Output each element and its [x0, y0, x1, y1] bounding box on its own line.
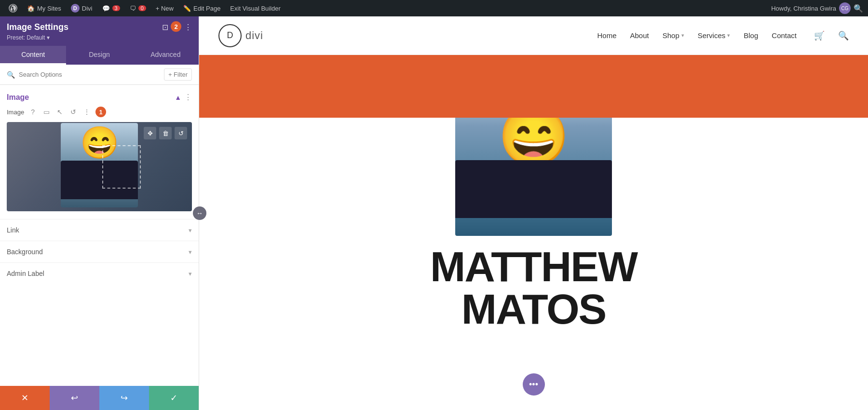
panel-more-icon[interactable]: ⋮ [184, 23, 192, 32]
admin-bar-left: 🏠 My Sites D Divi 💬 3 🗨 0 + New ✏️ Edit … [5, 0, 285, 16]
image-upload-area[interactable]: 😄 ✥ 🗑 ↺ [7, 122, 192, 211]
tab-content[interactable]: Content [0, 46, 66, 65]
site-nav: D divi Home About Shop ▾ Services ▾ [199, 16, 868, 55]
redo-button[interactable]: ↪ [99, 386, 149, 410]
section-options-icon[interactable]: ⋮ [184, 93, 192, 102]
divi-icon: D [71, 4, 80, 13]
image-delete-icon[interactable]: 🗑 [159, 127, 172, 139]
search-admin-icon[interactable]: 🔍 [854, 4, 863, 13]
admin-label-label: Admin Label [7, 270, 44, 277]
preview-person-container: 😄 [455, 118, 612, 236]
preset-row[interactable]: Preset: Default ▾ [7, 34, 192, 41]
comments-button[interactable]: 💬 3 [98, 0, 124, 16]
preview-person-img: 😄 [455, 118, 612, 236]
comment-count-button[interactable]: 🗨 0 [126, 0, 150, 16]
filter-button[interactable]: + Filter [164, 68, 192, 81]
link-chevron-icon: ▾ [189, 227, 192, 234]
help-icon[interactable]: ? [28, 107, 38, 117]
content-area: 😄 MATTHEW MATOS ••• [199, 118, 868, 410]
image-reset-icon[interactable]: ↺ [175, 127, 187, 139]
badge-2: 2 [171, 21, 181, 32]
cart-icon[interactable]: 🛒 [814, 30, 825, 41]
cancel-button[interactable]: ✕ [0, 386, 50, 410]
admin-label-chevron-icon: ▾ [189, 270, 192, 277]
hero-name-last: MATOS [199, 288, 868, 330]
wp-admin-bar: 🏠 My Sites D Divi 💬 3 🗨 0 + New ✏️ Edit … [0, 0, 868, 16]
site-menu: Home About Shop ▾ Services ▾ Blog Contac [597, 30, 849, 41]
image-section-header: Image ▲ ⋮ [0, 85, 199, 107]
panel-tabs: Content Design Advanced [0, 46, 199, 65]
nav-shop[interactable]: Shop ▾ [663, 31, 684, 40]
main-layout: Image Settings ⊡ ⊞ ⋮ Preset: Default ▾ 2… [0, 16, 868, 410]
my-sites-button[interactable]: 🏠 My Sites [23, 0, 65, 16]
search-bar: 🔍 + Filter [0, 65, 199, 85]
site-logo: D divi [218, 24, 263, 47]
shop-chevron-icon: ▾ [681, 32, 684, 39]
link-label: Link [7, 226, 19, 234]
more-icon[interactable]: ⋮ [82, 107, 92, 117]
left-panel: Image Settings ⊡ ⊞ ⋮ Preset: Default ▾ 2… [0, 16, 199, 410]
section-title-image: Image [7, 93, 29, 102]
panel-content: Image ▲ ⋮ Image ? ▭ ↖ ↺ ⋮ 1 [0, 85, 199, 386]
cursor-icon[interactable]: ↖ [55, 107, 65, 117]
user-avatar[interactable]: CG [839, 2, 851, 14]
nav-blog[interactable]: Blog [744, 31, 758, 40]
search-options-input[interactable] [19, 71, 160, 78]
image-sub-row: Image ? ▭ ↖ ↺ ⋮ 1 [0, 107, 199, 122]
logo-text: divi [245, 29, 263, 42]
new-button[interactable]: + New [152, 0, 177, 16]
nav-home[interactable]: Home [597, 31, 616, 40]
badge-1: 1 [95, 107, 106, 117]
person-face-emoji: 😄 [498, 118, 570, 165]
divi-button[interactable]: D Divi [67, 0, 96, 16]
panel-resize-handle[interactable]: ↔ [193, 206, 206, 220]
purple-dots-button[interactable]: ••• [523, 373, 545, 396]
nav-about[interactable]: About [630, 31, 649, 40]
logo-circle: D [218, 24, 242, 47]
search-options-icon: 🔍 [7, 71, 15, 79]
hero-section [199, 55, 868, 118]
preview-area: D divi Home About Shop ▾ Services ▾ [199, 16, 868, 410]
section-collapse-icon[interactable]: ▲ [175, 94, 181, 101]
tab-design[interactable]: Design [66, 46, 132, 65]
link-section[interactable]: Link ▾ [0, 219, 199, 241]
mobile-icon[interactable]: ▭ [41, 107, 51, 117]
search-nav-icon[interactable]: 🔍 [838, 30, 849, 41]
panel-resize-icon[interactable]: ⊡ [162, 23, 168, 32]
undo-button[interactable]: ↩ [50, 386, 99, 410]
image-edit-icon[interactable]: ✥ [144, 127, 156, 139]
services-chevron-icon: ▾ [727, 32, 730, 39]
panel-title-row: Image Settings ⊡ ⊞ ⋮ [7, 22, 192, 32]
image-overlay-controls: ✥ 🗑 ↺ [144, 127, 187, 139]
save-button[interactable]: ✓ [149, 386, 199, 410]
person-jacket [455, 160, 612, 218]
panel-header: Image Settings ⊡ ⊞ ⋮ Preset: Default ▾ 2 [0, 16, 199, 46]
background-chevron-icon: ▾ [189, 248, 192, 256]
image-sublabel: Image [7, 109, 24, 116]
admin-label-section[interactable]: Admin Label ▾ [0, 262, 199, 284]
edit-page-button[interactable]: ✏️ Edit Page [179, 0, 224, 16]
nav-services[interactable]: Services ▾ [698, 31, 731, 40]
background-section[interactable]: Background ▾ [0, 241, 199, 262]
tab-advanced[interactable]: Advanced [133, 46, 199, 65]
wp-logo-button[interactable] [5, 0, 21, 16]
nav-contact[interactable]: Contact [772, 31, 797, 40]
hero-name-first: MATTHEW [199, 246, 868, 288]
reset-icon[interactable]: ↺ [68, 107, 78, 117]
background-label: Background [7, 248, 43, 256]
hero-text-area: MATTHEW MATOS [199, 236, 868, 330]
panel-title: Image Settings [7, 22, 68, 32]
exit-visual-builder-button[interactable]: Exit Visual Builder [226, 0, 285, 16]
admin-bar-right: Howdy, Christina Gwira CG 🔍 [771, 2, 863, 14]
section-controls: ▲ ⋮ [175, 93, 192, 102]
bottom-bar: ✕ ↩ ↪ ✓ [0, 386, 199, 410]
